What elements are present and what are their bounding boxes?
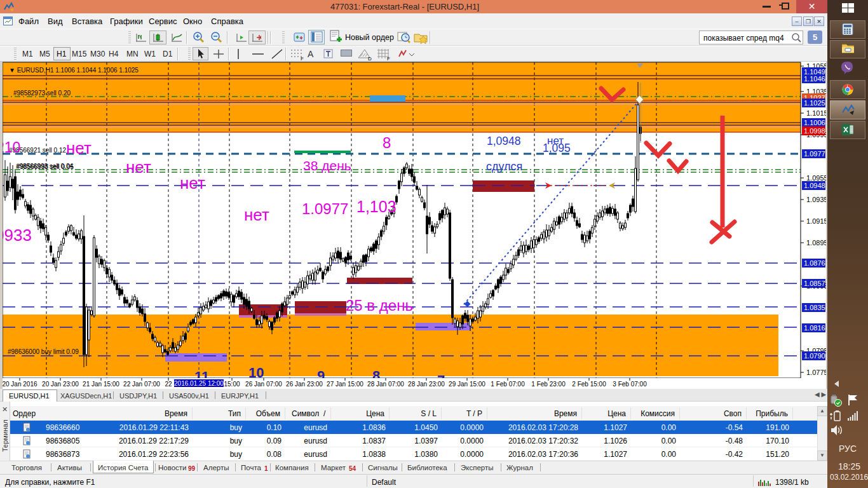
svg-text:27 Jan 15:00: 27 Jan 15:00 xyxy=(327,381,363,388)
svg-text:1.0955: 1.0955 xyxy=(806,174,827,182)
svg-text:1.0895: 1.0895 xyxy=(806,239,827,247)
svg-text:нет: нет xyxy=(244,205,269,224)
svg-text:#98582973 sell 0.20: #98582973 sell 0.20 xyxy=(13,90,71,97)
svg-text:1.1025: 1.1025 xyxy=(804,99,825,107)
svg-text:1.0935: 1.0935 xyxy=(806,196,827,203)
svg-text:1 Feb 07:00: 1 Feb 07:00 xyxy=(491,381,525,388)
svg-text:1.0857: 1.0857 xyxy=(804,280,825,287)
svg-text:25 в день: 25 в день xyxy=(346,297,413,314)
svg-text:1.0835: 1.0835 xyxy=(804,304,825,311)
svg-text:сдулся: сдулся xyxy=(486,160,522,173)
svg-text:2 Feb 15:00: 2 Feb 15:00 xyxy=(572,381,606,388)
svg-text:1.1015: 1.1015 xyxy=(806,109,827,117)
svg-text:1,0948: 1,0948 xyxy=(487,135,521,147)
svg-text:1.0998: 1.0998 xyxy=(804,127,825,135)
svg-text:1.0977: 1.0977 xyxy=(804,150,825,158)
svg-text:3 Feb 07:00: 3 Feb 07:00 xyxy=(613,381,647,388)
svg-text:28 Jan 07:00: 28 Jan 07:00 xyxy=(367,381,404,388)
svg-text:26 Jan 23:00: 26 Jan 23:00 xyxy=(286,381,323,388)
svg-text:21 Jan 15:00: 21 Jan 15:00 xyxy=(83,381,119,388)
svg-text:1.1046: 1.1046 xyxy=(804,75,825,83)
svg-text:210: 210 xyxy=(0,139,20,156)
svg-text:29 Jan 15:00: 29 Jan 15:00 xyxy=(449,381,485,388)
svg-text:28 Jan 23:00: 28 Jan 23:00 xyxy=(408,381,445,388)
svg-text:F: F xyxy=(387,56,390,60)
svg-text:1,095: 1,095 xyxy=(543,142,571,154)
svg-text:2016.01.25 12:00: 2016.01.25 12:00 xyxy=(174,380,224,387)
svg-text:0933: 0933 xyxy=(0,226,32,245)
svg-text:F: F xyxy=(301,56,304,60)
svg-text:1.0915: 1.0915 xyxy=(806,217,827,225)
svg-text:нет: нет xyxy=(66,139,92,158)
svg-text:8: 8 xyxy=(383,134,391,151)
svg-text:нет: нет xyxy=(126,158,151,177)
svg-text:1.0948: 1.0948 xyxy=(804,182,825,189)
svg-text:нет: нет xyxy=(180,173,205,193)
svg-text:1.0876: 1.0876 xyxy=(804,259,825,267)
svg-text:1.0816: 1.0816 xyxy=(804,324,825,332)
svg-text:1.0790: 1.0790 xyxy=(804,352,825,360)
svg-text:1.1006: 1.1006 xyxy=(804,119,825,126)
svg-text:#98636000 buy limit 0.09: #98636000 buy limit 0.09 xyxy=(8,348,79,355)
svg-text:1.0977: 1.0977 xyxy=(302,200,348,217)
svg-text:1,103: 1,103 xyxy=(356,198,397,215)
svg-text:▼ EURUSD,H1 1.1006 1.1044 1.10: ▼ EURUSD,H1 1.1006 1.1044 1.1006 1.1025 xyxy=(9,67,139,74)
svg-text:38 день: 38 день xyxy=(303,158,351,173)
svg-text:1.0775: 1.0775 xyxy=(806,369,827,376)
svg-text:D: D xyxy=(368,56,372,60)
svg-text:22: 22 xyxy=(165,381,172,388)
svg-text:22 Jan 07:00: 22 Jan 07:00 xyxy=(123,381,160,388)
svg-text:26 Jan 07:00: 26 Jan 07:00 xyxy=(245,381,282,388)
svg-text:20 Jan 23:00: 20 Jan 23:00 xyxy=(42,381,79,388)
svg-text:20 Jan 2016: 20 Jan 2016 xyxy=(2,381,37,388)
svg-text:1 Feb 23:00: 1 Feb 23:00 xyxy=(531,381,566,388)
svg-text:15:00: 15:00 xyxy=(224,381,240,388)
svg-text:#98566998 sell 0.05: #98566998 sell 0.05 xyxy=(17,163,74,170)
